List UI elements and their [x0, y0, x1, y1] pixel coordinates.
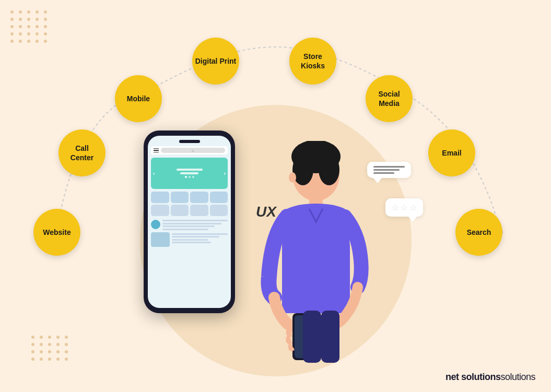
person-illustration	[256, 141, 376, 365]
icon-box-2	[171, 192, 189, 203]
phone-notch	[179, 140, 200, 143]
phone-mockup: ‹ ›	[144, 130, 235, 313]
svg-point-18	[292, 154, 313, 185]
star-2: ☆	[401, 203, 408, 212]
channel-bubble-email: Email	[428, 129, 475, 176]
svg-rect-24	[303, 311, 321, 363]
carousel-left-arrow: ‹	[153, 171, 155, 176]
star-3: ☆	[409, 203, 417, 212]
content-row-1	[151, 219, 228, 230]
phone-screen: ‹ ›	[148, 136, 231, 308]
content-text-lines-1	[162, 219, 228, 230]
chat-speech-bubble	[367, 162, 411, 178]
star-rating: ☆ ☆ ☆	[392, 203, 417, 212]
icon-box-7	[190, 205, 208, 216]
carousel-right-arrow: ›	[224, 171, 226, 176]
channel-bubble-mobile: Mobile	[115, 75, 162, 122]
carousel-line-1	[177, 169, 203, 171]
carousel-content	[177, 169, 203, 178]
content-text-lines-2	[172, 232, 228, 244]
icon-box-5	[151, 205, 169, 216]
carousel-line-2	[180, 172, 198, 174]
icon-box-3	[190, 192, 208, 203]
channel-bubble-call-center: CallCenter	[58, 129, 105, 176]
chat-line-1	[373, 166, 405, 168]
svg-point-20	[289, 172, 296, 183]
carousel-dots	[185, 176, 194, 178]
channel-bubble-digital-print: Digital Print	[192, 38, 239, 85]
icon-box-1	[151, 192, 169, 203]
channel-bubble-search: Search	[455, 209, 502, 256]
review-tail	[408, 217, 417, 222]
decorative-dots-bottomleft	[31, 336, 69, 361]
chat-line-2	[373, 169, 400, 171]
star-1: ☆	[392, 203, 399, 212]
chat-line-3	[373, 172, 394, 174]
review-bubble: ☆ ☆ ☆	[385, 198, 423, 217]
logo-net: net solutions	[446, 372, 501, 382]
content-row-2	[151, 232, 228, 247]
channel-bubble-website: Website	[33, 209, 80, 256]
content-thumbnail-1	[151, 220, 160, 229]
hamburger-icon	[154, 148, 159, 153]
content-thumbnail-2	[151, 232, 170, 247]
svg-rect-25	[321, 311, 339, 363]
logo: net solutionssolutions	[446, 372, 535, 383]
logo-solutions: solutions	[500, 372, 535, 382]
phone-carousel: ‹ ›	[151, 158, 228, 189]
icon-box-8	[210, 205, 228, 216]
phone-icon-grid	[151, 192, 228, 216]
icon-box-4	[210, 192, 228, 203]
phone-search-bar	[161, 148, 225, 153]
channel-bubble-social-media: SocialMedia	[366, 75, 413, 122]
phone-topbar	[151, 146, 228, 155]
chat-tail	[373, 178, 382, 183]
channel-bubble-store-kiosks: StoreKiosks	[289, 38, 336, 85]
icon-box-6	[171, 205, 189, 216]
svg-point-19	[319, 154, 339, 185]
decorative-dots-topleft	[10, 10, 48, 43]
